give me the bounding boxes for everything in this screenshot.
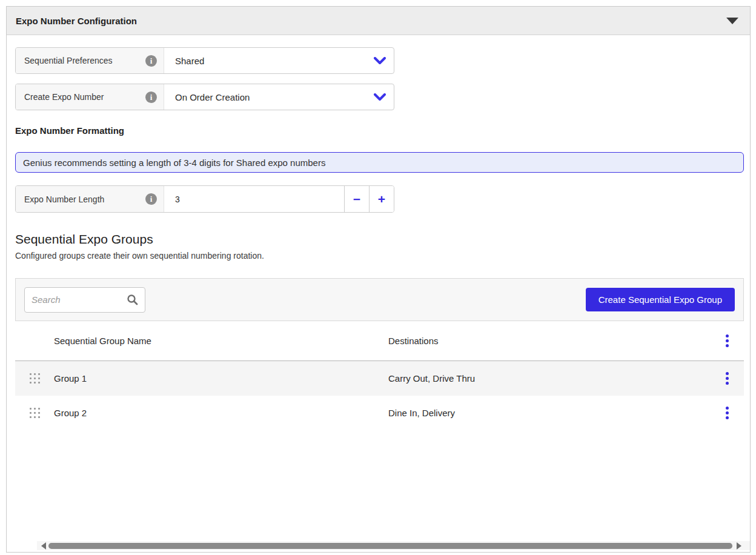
expo-number-formatting-heading: Expo Number Formatting <box>15 125 741 136</box>
horizontal-scrollbar[interactable] <box>37 541 750 550</box>
scroll-left-icon[interactable] <box>41 542 46 550</box>
scroll-right-icon[interactable] <box>737 542 741 550</box>
search-icon[interactable] <box>127 294 138 305</box>
info-icon[interactable]: i <box>145 91 157 103</box>
expo-number-length-label: Expo Number Length <box>24 194 104 204</box>
drag-handle-icon[interactable] <box>30 408 40 418</box>
info-icon[interactable]: i <box>145 193 157 205</box>
chevron-down-icon <box>374 57 386 65</box>
sequential-preferences-field: Sequential Preferences i Shared <box>15 47 394 74</box>
create-expo-number-value: On Order Creation <box>175 92 250 102</box>
kebab-menu-icon[interactable] <box>721 332 734 350</box>
sequential-preferences-dropdown[interactable]: Shared <box>164 48 394 73</box>
create-expo-number-dropdown[interactable]: On Order Creation <box>164 84 394 110</box>
sequential-expo-groups-heading: Sequential Expo Groups <box>15 232 741 247</box>
create-expo-number-field: Create Expo Number i On Order Creation <box>15 84 394 110</box>
sequential-expo-groups-description: Configured groups create their own seque… <box>15 251 741 261</box>
group-destinations: Dine In, Delivery <box>388 408 710 418</box>
collapse-caret-icon[interactable] <box>726 18 738 24</box>
recommendation-banner: Genius recommends setting a length of 3-… <box>15 152 744 173</box>
increment-button[interactable]: + <box>369 186 394 212</box>
info-icon[interactable]: i <box>145 55 157 67</box>
panel-title: Expo Number Configuration <box>16 16 137 26</box>
panel-header: Expo Number Configuration <box>7 7 750 35</box>
recommendation-text: Genius recommends setting a length of 3-… <box>23 158 325 168</box>
sequential-preferences-label: Sequential Preferences <box>24 56 113 65</box>
expo-number-length-label-area: Expo Number Length i <box>16 186 164 212</box>
search-input[interactable] <box>31 294 127 305</box>
scrollbar-thumb[interactable] <box>48 543 732 549</box>
sequential-preferences-value: Shared <box>175 56 204 66</box>
table-row: Group 2 Dine In, Delivery <box>15 396 744 430</box>
table-row: Group 1 Carry Out, Drive Thru <box>15 361 744 396</box>
create-expo-number-label: Create Expo Number <box>24 92 104 102</box>
drag-handle-icon[interactable] <box>30 373 40 384</box>
group-name: Group 1 <box>54 373 388 384</box>
expo-number-configuration-panel: Expo Number Configuration Sequential Pre… <box>6 6 751 553</box>
groups-toolbar: Create Sequential Expo Group <box>15 278 744 321</box>
search-box <box>24 287 145 313</box>
decrement-button[interactable]: − <box>344 186 369 212</box>
expo-number-length-value[interactable]: 3 <box>164 186 344 212</box>
groups-table-header: Sequential Group Name Destinations <box>15 321 744 361</box>
kebab-menu-icon[interactable] <box>721 404 734 422</box>
kebab-menu-icon[interactable] <box>721 370 734 387</box>
group-destinations: Carry Out, Drive Thru <box>388 373 710 384</box>
chevron-down-icon <box>374 93 386 101</box>
create-expo-number-label-area: Create Expo Number i <box>16 84 164 110</box>
sequential-preferences-label-area: Sequential Preferences i <box>16 48 164 73</box>
expo-number-length-field: Expo Number Length i 3 − + <box>15 185 394 213</box>
column-header-name: Sequential Group Name <box>54 336 388 346</box>
column-header-destinations: Destinations <box>388 336 710 346</box>
group-name: Group 2 <box>54 408 388 418</box>
panel-content: Sequential Preferences i Shared Create E… <box>7 35 750 430</box>
create-sequential-expo-group-button[interactable]: Create Sequential Expo Group <box>586 288 735 311</box>
